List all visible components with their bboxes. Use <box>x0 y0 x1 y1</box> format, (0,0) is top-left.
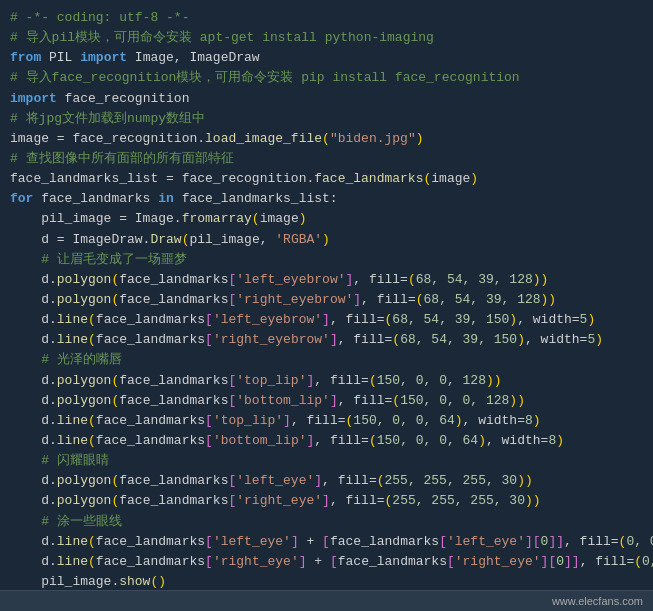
line-3: from PIL import Image, ImageDraw <box>10 48 643 68</box>
line-26: # 涂一些眼线 <box>10 512 643 532</box>
line-13: # 让眉毛变成了一场噩梦 <box>10 250 643 270</box>
line-23: # 闪耀眼睛 <box>10 451 643 471</box>
footer-bar: www.elecfans.com <box>0 590 653 611</box>
line-10: for face_landmarks in face_landmarks_lis… <box>10 189 643 209</box>
line-4: # 导入face_recognition模块，可用命令安装 pip instal… <box>10 68 643 88</box>
line-21: d.line(face_landmarks['top_lip'], fill=(… <box>10 411 643 431</box>
line-5: import face_recognition <box>10 89 643 109</box>
line-14: d.polygon(face_landmarks['left_eyebrow']… <box>10 270 643 290</box>
line-16: d.line(face_landmarks['left_eyebrow'], f… <box>10 310 643 330</box>
code-editor: # -*- coding: utf-8 -*- # 导入pil模块，可用命令安装… <box>0 0 653 590</box>
line-19: d.polygon(face_landmarks['top_lip'], fil… <box>10 371 643 391</box>
line-22: d.line(face_landmarks['bottom_lip'], fil… <box>10 431 643 451</box>
line-8: # 查找图像中所有面部的所有面部特征 <box>10 149 643 169</box>
line-2: # 导入pil模块，可用命令安装 apt-get install python-… <box>10 28 643 48</box>
line-25: d.polygon(face_landmarks['right_eye'], f… <box>10 491 643 511</box>
line-11: pil_image = Image.fromarray(image) <box>10 209 643 229</box>
line-18: # 光泽的嘴唇 <box>10 350 643 370</box>
line-9: face_landmarks_list = face_recognition.f… <box>10 169 643 189</box>
line-28: d.line(face_landmarks['right_eye'] + [fa… <box>10 552 643 572</box>
line-27: d.line(face_landmarks['left_eye'] + [fac… <box>10 532 643 552</box>
line-15: d.polygon(face_landmarks['right_eyebrow'… <box>10 290 643 310</box>
line-24: d.polygon(face_landmarks['left_eye'], fi… <box>10 471 643 491</box>
line-12: d = ImageDraw.Draw(pil_image, 'RGBA') <box>10 230 643 250</box>
line-17: d.line(face_landmarks['right_eyebrow'], … <box>10 330 643 350</box>
line-7: image = face_recognition.load_image_file… <box>10 129 643 149</box>
line-6: # 将jpg文件加载到numpy数组中 <box>10 109 643 129</box>
line-1: # -*- coding: utf-8 -*- <box>10 8 643 28</box>
footer-url: www.elecfans.com <box>552 595 643 607</box>
line-20: d.polygon(face_landmarks['bottom_lip'], … <box>10 391 643 411</box>
line-29: pil_image.show() <box>10 572 643 590</box>
